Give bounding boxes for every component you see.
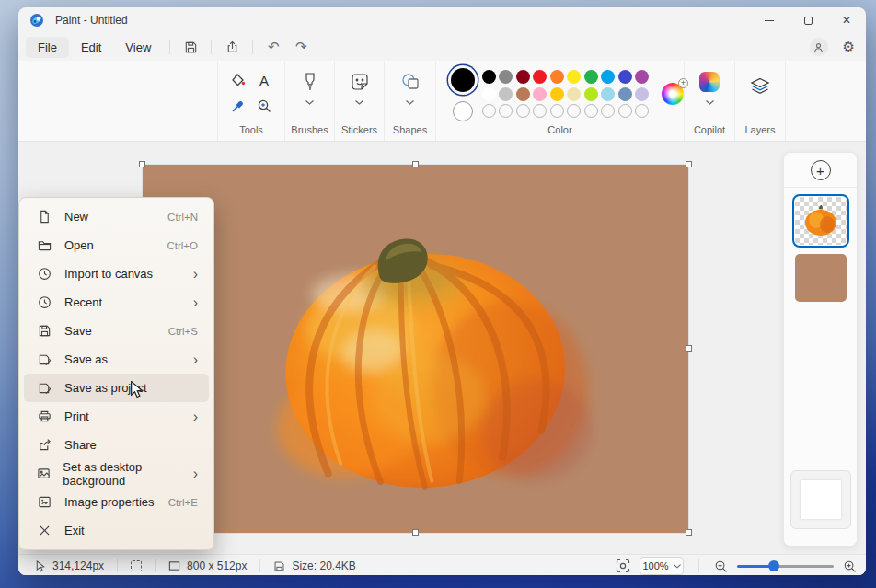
palette-empty-slot[interactable]	[516, 104, 530, 118]
palette-empty-slot[interactable]	[567, 104, 581, 118]
menu-item-open[interactable]: Open Ctrl+O	[24, 231, 209, 259]
file-size-value: Size: 20.4KB	[292, 559, 355, 572]
copilot-section[interactable]: Copilot	[685, 61, 735, 141]
palette-swatch[interactable]	[584, 70, 598, 84]
save-icon[interactable]	[177, 40, 204, 54]
menu-item-new[interactable]: New Ctrl+N	[24, 202, 209, 231]
menu-item-share[interactable]: Share	[24, 431, 209, 459]
add-layer-button[interactable]: +	[811, 160, 831, 180]
close-button[interactable]: ✕	[827, 7, 866, 33]
palette-swatch[interactable]	[482, 87, 496, 101]
layers-panel: +	[783, 152, 858, 547]
zoom-fit-icon[interactable]	[616, 559, 630, 573]
palette-empty-slot[interactable]	[601, 104, 615, 118]
zoom-in-icon[interactable]	[843, 559, 857, 573]
palette-swatch[interactable]	[482, 70, 496, 84]
share-icon[interactable]	[218, 40, 246, 54]
menu-item-save[interactable]: Save Ctrl+S	[24, 317, 209, 345]
palette-swatch[interactable]	[601, 87, 615, 101]
menu-file[interactable]: File	[26, 37, 69, 58]
palette-swatch[interactable]	[635, 70, 649, 84]
background-color-swatch[interactable]	[453, 101, 473, 121]
save-icon	[37, 324, 52, 338]
menu-item-save-as-project[interactable]: Save as project	[24, 374, 209, 402]
palette-empty-slot[interactable]	[550, 104, 564, 118]
menu-item-print[interactable]: Print ›	[24, 402, 209, 431]
settings-gear-icon[interactable]: ⚙	[843, 39, 855, 55]
layer-thumbnail-pumpkin[interactable]	[795, 197, 847, 245]
color-label: Color	[436, 124, 684, 135]
drawing-canvas[interactable]	[143, 165, 688, 533]
palette-swatch[interactable]	[601, 70, 615, 84]
menu-item-recent[interactable]: Recent ›	[24, 288, 209, 317]
palette-empty-slot[interactable]	[533, 104, 547, 118]
shapes-section[interactable]: Shapes	[385, 61, 436, 141]
palette-swatch[interactable]	[618, 70, 632, 84]
menu-item-save-as[interactable]: Save as ›	[24, 345, 209, 374]
title-bar: Paint - Untitled ✕	[18, 7, 866, 33]
text-tool-icon[interactable]: A	[252, 68, 276, 92]
palette-swatch[interactable]	[567, 70, 581, 84]
canvas-background-tile[interactable]	[790, 470, 851, 529]
redo-icon[interactable]: ↷	[287, 39, 315, 55]
palette-swatch[interactable]	[499, 87, 513, 101]
palette-swatch[interactable]	[533, 87, 547, 101]
menu-view[interactable]: View	[113, 37, 163, 58]
brushes-section[interactable]: Brushes	[285, 61, 335, 141]
zoom-level-dropdown[interactable]: 100%	[640, 557, 684, 575]
undo-icon[interactable]: ↶	[259, 39, 287, 55]
palette-swatch[interactable]	[567, 87, 581, 101]
foreground-color-swatch[interactable]	[451, 68, 475, 92]
submenu-arrow-icon: ›	[193, 409, 198, 425]
palette-empty-slot[interactable]	[482, 104, 496, 118]
divider	[784, 187, 857, 188]
resize-handle-right-middle[interactable]	[686, 345, 692, 352]
account-icon[interactable]	[810, 38, 828, 56]
zoom-slider[interactable]	[737, 559, 834, 572]
palette-swatch[interactable]	[533, 70, 547, 84]
save-as-icon	[37, 352, 52, 366]
menu-item-set-desktop-background[interactable]: Set as desktop background ›	[24, 459, 209, 488]
submenu-arrow-icon: ›	[193, 294, 198, 311]
resize-handle-bottom-middle[interactable]	[412, 529, 419, 536]
palette-swatch[interactable]	[618, 87, 632, 101]
stickers-section[interactable]: Stickers	[335, 61, 385, 141]
zoom-out-icon[interactable]	[714, 559, 728, 573]
copilot-icon	[699, 71, 720, 93]
resize-handle-top-middle[interactable]	[412, 161, 419, 167]
palette-empty-slot[interactable]	[584, 104, 598, 118]
desktop-background-icon	[37, 467, 51, 480]
submenu-arrow-icon: ›	[193, 352, 198, 368]
resize-handle-bottom-right[interactable]	[686, 529, 692, 536]
menu-item-image-properties[interactable]: Image properties Ctrl+E	[24, 488, 209, 516]
palette-swatch[interactable]	[584, 87, 598, 101]
eyedropper-tool-icon[interactable]	[226, 94, 250, 118]
palette-swatch[interactable]	[550, 87, 564, 101]
zoom-slider-thumb[interactable]	[768, 560, 779, 571]
maximize-button[interactable]	[789, 7, 827, 33]
file-size: Size: 20.4KB	[266, 559, 363, 572]
magnifier-tool-icon[interactable]	[252, 94, 276, 118]
palette-swatch[interactable]	[550, 70, 564, 84]
minimize-button[interactable]	[750, 7, 789, 33]
chevron-down-icon	[706, 100, 714, 105]
palette-swatch[interactable]	[635, 87, 649, 101]
palette-empty-slot[interactable]	[618, 104, 632, 118]
palette-swatch[interactable]	[516, 70, 530, 84]
layers-section[interactable]: Layers	[735, 61, 786, 141]
resize-handle-top-right[interactable]	[686, 161, 692, 167]
fill-tool-icon[interactable]	[226, 68, 250, 92]
palette-empty-slot[interactable]	[499, 104, 513, 118]
resize-handle-top-left[interactable]	[139, 161, 145, 167]
menu-edit[interactable]: Edit	[69, 37, 113, 58]
palette-swatch[interactable]	[516, 87, 530, 101]
palette-empty-slot[interactable]	[635, 104, 649, 118]
menu-item-exit[interactable]: Exit	[24, 516, 209, 545]
toolbar: A Tools	[18, 61, 866, 142]
layer-thumbnail-background[interactable]	[795, 254, 847, 302]
submenu-arrow-icon: ›	[193, 266, 198, 282]
edit-colors-button[interactable]: +	[662, 83, 684, 105]
menu-item-import-to-canvas[interactable]: Import to canvas ›	[24, 259, 209, 288]
shapes-icon	[399, 71, 421, 93]
palette-swatch[interactable]	[499, 70, 513, 84]
